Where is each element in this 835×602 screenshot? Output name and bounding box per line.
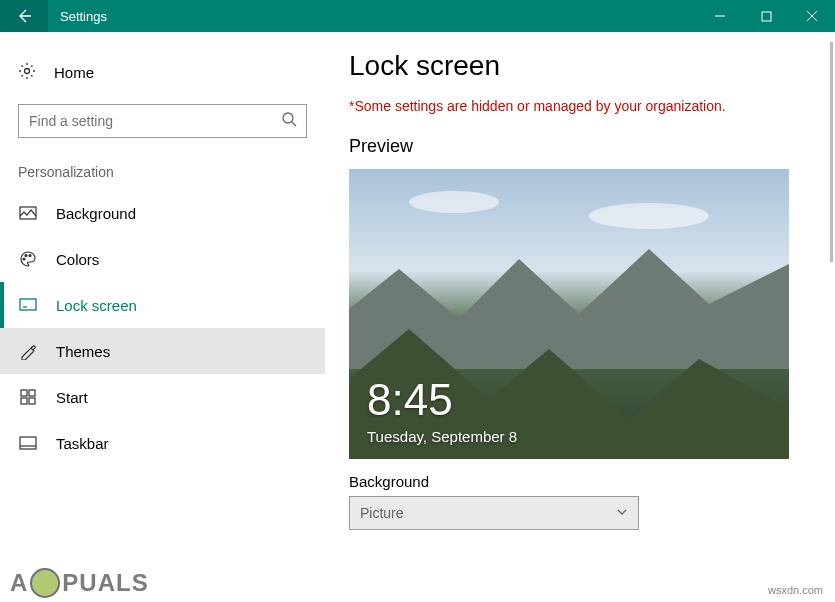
minimize-icon [714,10,726,22]
scrollbar[interactable] [830,42,833,262]
close-button[interactable] [789,0,835,32]
svg-rect-10 [21,398,27,404]
background-field-label: Background [349,473,811,490]
content-area: Home Personalization Background Colors [0,32,835,602]
watermark-text: PUALS [62,569,148,597]
sidebar-item-label: Themes [56,343,110,360]
sidebar: Home Personalization Background Colors [0,32,325,602]
sidebar-item-taskbar[interactable]: Taskbar [0,420,325,466]
search-input[interactable] [18,104,307,138]
page-title: Lock screen [349,50,811,82]
cloud-shape [589,203,709,229]
group-label: Personalization [0,138,325,190]
svg-rect-0 [762,12,771,21]
maximize-button[interactable] [743,0,789,32]
svg-point-6 [29,255,31,257]
svg-rect-12 [20,437,36,449]
sidebar-item-label: Start [56,389,88,406]
svg-point-5 [25,255,27,257]
themes-icon [18,342,38,360]
window-title: Settings [48,0,697,32]
search-wrap [18,104,307,138]
titlebar: Settings [0,0,835,32]
close-icon [806,10,818,22]
lock-screen-icon [18,296,38,314]
svg-point-1 [25,68,30,73]
preview-date: Tuesday, September 8 [367,428,517,445]
preview-label: Preview [349,136,811,157]
taskbar-icon [18,434,38,452]
svg-rect-7 [20,299,36,310]
back-button[interactable] [0,0,48,32]
start-icon [18,388,38,406]
svg-rect-8 [21,390,27,396]
sidebar-item-colors[interactable]: Colors [0,236,325,282]
active-indicator [0,282,4,328]
minimize-button[interactable] [697,0,743,32]
preview-time: 8:45 [367,375,453,425]
watermark-logo [30,568,60,598]
background-select[interactable]: Picture [349,496,639,530]
sidebar-item-themes[interactable]: Themes [0,328,325,374]
main-pane: Lock screen *Some settings are hidden or… [325,32,835,602]
background-select-value: Picture [360,505,404,521]
sidebar-item-label: Lock screen [56,297,137,314]
watermark-text: A [10,569,28,597]
home-label: Home [54,64,94,81]
cloud-shape [409,191,499,213]
sidebar-item-label: Colors [56,251,99,268]
svg-rect-9 [29,390,35,396]
svg-point-4 [23,258,25,260]
arrow-left-icon [15,7,33,25]
gear-icon [18,62,36,83]
svg-rect-11 [29,398,35,404]
palette-icon [18,250,38,268]
sidebar-item-label: Taskbar [56,435,109,452]
watermark: A PUALS [10,568,149,598]
lock-screen-preview: 8:45 Tuesday, September 8 [349,169,789,459]
credit-text: wsxdn.com [768,584,823,596]
maximize-icon [761,11,772,22]
org-warning: *Some settings are hidden or managed by … [349,98,811,114]
sidebar-item-start[interactable]: Start [0,374,325,420]
sidebar-item-background[interactable]: Background [0,190,325,236]
home-link[interactable]: Home [0,52,325,92]
picture-icon [18,204,38,222]
sidebar-item-label: Background [56,205,136,222]
sidebar-item-lock-screen[interactable]: Lock screen [0,282,325,328]
chevron-down-icon [616,505,628,521]
